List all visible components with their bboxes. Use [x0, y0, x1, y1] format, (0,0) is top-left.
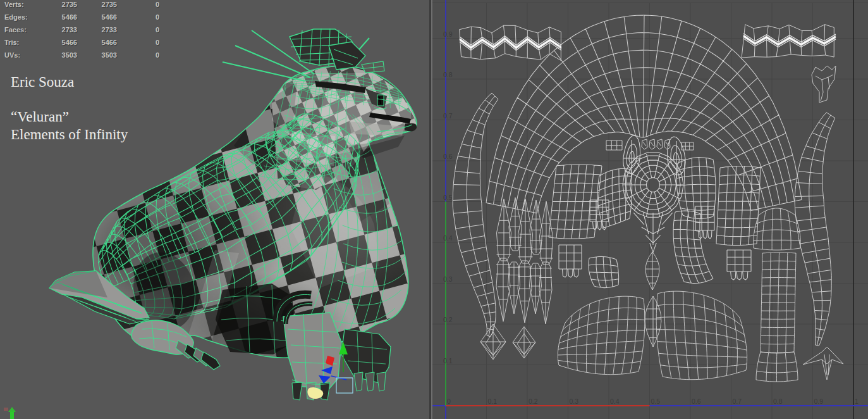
svg-text:0.9: 0.9	[814, 397, 824, 405]
svg-text:0.5: 0.5	[651, 397, 661, 405]
svg-text:0.1: 0.1	[443, 357, 453, 365]
svg-text:0.7: 0.7	[733, 397, 742, 405]
svg-text:0: 0	[447, 397, 451, 405]
svg-text:0.6: 0.6	[443, 153, 453, 160]
svg-text:0.6: 0.6	[692, 397, 701, 405]
svg-text:0.8: 0.8	[443, 71, 453, 78]
svg-text:0.3: 0.3	[443, 275, 453, 283]
svg-text:0.9: 0.9	[443, 30, 453, 38]
svg-text:1: 1	[855, 397, 859, 405]
svg-text:0.2: 0.2	[443, 316, 453, 323]
svg-text:0.8: 0.8	[773, 397, 783, 405]
svg-text:0.1: 0.1	[488, 397, 498, 405]
svg-text:0.4: 0.4	[610, 397, 620, 405]
svg-text:0.2: 0.2	[529, 397, 538, 405]
svg-text:0.5: 0.5	[443, 194, 453, 201]
svg-text:0.4: 0.4	[443, 234, 453, 242]
svg-text:0.7: 0.7	[443, 112, 453, 120]
svg-text:0.3: 0.3	[570, 397, 579, 405]
